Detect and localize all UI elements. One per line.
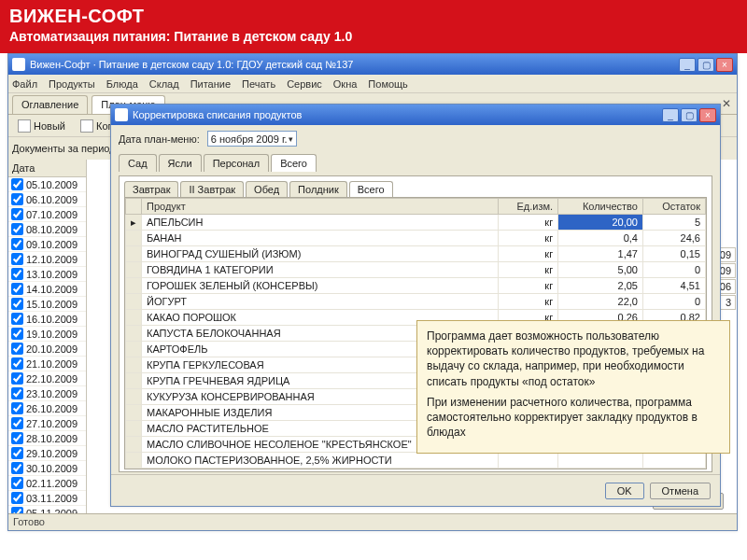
date-row[interactable]: 30.10.2009 bbox=[8, 461, 86, 476]
date-row[interactable]: 27.10.2009 bbox=[8, 416, 86, 431]
menu-сервис[interactable]: Сервис bbox=[287, 78, 322, 90]
tab-close-icon[interactable]: ✕ bbox=[722, 97, 731, 110]
date-checkbox[interactable] bbox=[11, 507, 23, 513]
date-checkbox[interactable] bbox=[11, 283, 23, 295]
date-checkbox[interactable] bbox=[11, 178, 23, 190]
maximize-button[interactable]: ▢ bbox=[698, 58, 714, 72]
date-checkbox[interactable] bbox=[11, 313, 23, 325]
date-checkbox[interactable] bbox=[11, 357, 23, 370]
date-row[interactable]: 28.10.2009 bbox=[8, 431, 86, 446]
col-product[interactable]: Продукт bbox=[142, 199, 499, 215]
date-checkbox[interactable] bbox=[11, 208, 23, 220]
date-checkbox[interactable] bbox=[11, 328, 23, 340]
qty-cell[interactable]: 20,00 bbox=[558, 215, 643, 231]
date-row[interactable]: 20.10.2009 bbox=[8, 342, 86, 357]
menu-файл[interactable]: Файл bbox=[12, 78, 37, 90]
dialog-minimize-button[interactable]: _ bbox=[662, 108, 679, 122]
date-checkbox[interactable] bbox=[11, 417, 23, 429]
date-row[interactable]: 03.11.2009 bbox=[8, 491, 86, 506]
date-row[interactable]: 09.10.2009 bbox=[8, 237, 86, 252]
product-row[interactable]: БАНАНкг0,424,6 bbox=[126, 231, 706, 246]
dialog-maximize-button[interactable]: ▢ bbox=[681, 108, 698, 122]
menu-склад[interactable]: Склад bbox=[149, 78, 179, 90]
menu-окна[interactable]: Окна bbox=[333, 78, 358, 90]
tab-oglavlenie[interactable]: Оглавление bbox=[12, 95, 88, 114]
date-row[interactable]: 19.10.2009 bbox=[8, 327, 86, 342]
plan-date-field[interactable]: 6 ноября 2009 г. ▾ bbox=[207, 131, 297, 147]
new-button[interactable]: Новый bbox=[12, 119, 71, 133]
statusbar: Готово bbox=[8, 513, 737, 530]
group-tab-2[interactable]: Персонал bbox=[204, 154, 270, 172]
date-checkbox[interactable] bbox=[11, 298, 23, 310]
date-row[interactable]: 14.10.2009 bbox=[8, 282, 86, 297]
date-checkbox[interactable] bbox=[11, 462, 23, 474]
meal-tab-3[interactable]: Полдник bbox=[289, 181, 347, 197]
date-checkbox[interactable] bbox=[11, 447, 23, 459]
date-row[interactable]: 08.10.2009 bbox=[8, 222, 86, 237]
group-tab-0[interactable]: Сад bbox=[119, 154, 157, 172]
col-unit[interactable]: Ед.изм. bbox=[498, 199, 557, 215]
date-row[interactable]: 15.10.2009 bbox=[8, 297, 86, 312]
date-checkbox[interactable] bbox=[11, 238, 23, 250]
product-row[interactable]: ВИНОГРАД СУШЕНЫЙ (ИЗЮМ)кг1,470,15 bbox=[126, 246, 706, 262]
col-qty[interactable]: Количество bbox=[558, 199, 643, 215]
dialog-titlebar[interactable]: Корректировка списания продуктов _ ▢ × bbox=[111, 105, 720, 125]
product-row[interactable]: ГОВЯДИНА 1 КАТЕГОРИИкг5,000 bbox=[126, 262, 706, 278]
menu-питание[interactable]: Питание bbox=[190, 78, 231, 90]
date-row[interactable]: 22.10.2009 bbox=[8, 371, 86, 386]
date-row[interactable]: 29.10.2009 bbox=[8, 446, 86, 461]
meal-tab-1[interactable]: II Завтрак bbox=[180, 181, 244, 197]
group-tab-1[interactable]: Ясли bbox=[159, 154, 202, 172]
group-tab-3[interactable]: Всего bbox=[271, 154, 317, 172]
date-checkbox[interactable] bbox=[11, 343, 23, 355]
meal-tabs: ЗавтракII ЗавтракОбедПолдникВсего bbox=[124, 181, 707, 197]
date-row[interactable]: 12.10.2009 bbox=[8, 252, 86, 267]
date-row[interactable]: 05.10.2009 bbox=[8, 177, 86, 192]
menu-помощь[interactable]: Помощь bbox=[368, 78, 408, 90]
qty-cell[interactable]: 2,05 bbox=[558, 278, 643, 294]
meal-tab-2[interactable]: Обед bbox=[246, 181, 288, 197]
minimize-button[interactable]: _ bbox=[679, 58, 696, 72]
date-row[interactable]: 02.11.2009 bbox=[8, 476, 86, 491]
dialog-cancel-button[interactable]: Отмена bbox=[650, 483, 711, 499]
menu-блюда[interactable]: Блюда bbox=[106, 78, 138, 90]
date-checkbox[interactable] bbox=[11, 253, 23, 265]
date-checkbox[interactable] bbox=[11, 387, 23, 399]
date-checkbox[interactable] bbox=[11, 492, 23, 504]
qty-cell[interactable] bbox=[558, 453, 643, 469]
main-titlebar[interactable]: Вижен-Софт · Питание в детском саду 1.0:… bbox=[8, 54, 737, 75]
dialog-close-button[interactable]: × bbox=[699, 108, 716, 122]
close-button[interactable]: × bbox=[716, 58, 733, 72]
date-row[interactable]: 06.10.2009 bbox=[8, 192, 86, 207]
qty-cell[interactable]: 5,00 bbox=[558, 262, 643, 278]
menu-продукты[interactable]: Продукты bbox=[49, 78, 95, 90]
product-row[interactable]: МОЛОКО ПАСТЕРИЗОВАННОЕ, 2,5% ЖИРНОСТИ bbox=[126, 453, 706, 469]
date-checkbox[interactable] bbox=[11, 193, 23, 205]
date-row[interactable]: 07.10.2009 bbox=[8, 207, 86, 222]
date-checkbox[interactable] bbox=[11, 372, 23, 385]
chevron-down-icon[interactable]: ▾ bbox=[289, 134, 293, 144]
product-row[interactable]: ▸АПЕЛЬСИНкг20,005 bbox=[126, 215, 706, 231]
copy-icon bbox=[80, 119, 93, 133]
date-checkbox[interactable] bbox=[11, 402, 23, 414]
date-checkbox[interactable] bbox=[11, 432, 23, 444]
date-row[interactable]: 21.10.2009 bbox=[8, 357, 86, 371]
product-row[interactable]: ГОРОШЕК ЗЕЛЕНЫЙ (КОНСЕРВЫ)кг2,054,51 bbox=[126, 278, 706, 294]
qty-cell[interactable]: 1,47 bbox=[558, 246, 643, 262]
date-row[interactable]: 13.10.2009 bbox=[8, 267, 86, 282]
date-row[interactable]: 16.10.2009 bbox=[8, 312, 86, 327]
product-row[interactable]: ЙОГУРТкг22,00 bbox=[126, 294, 706, 310]
date-checkbox[interactable] bbox=[11, 223, 23, 235]
date-row[interactable]: 26.10.2009 bbox=[8, 401, 86, 416]
meal-tab-4[interactable]: Всего bbox=[349, 181, 393, 197]
date-checkbox[interactable] bbox=[11, 268, 23, 280]
date-checkbox[interactable] bbox=[11, 477, 23, 489]
date-row[interactable]: 05.11.2009 bbox=[8, 506, 86, 513]
qty-cell[interactable]: 22,0 bbox=[558, 294, 643, 310]
menu-печать[interactable]: Печать bbox=[242, 78, 275, 90]
meal-tab-0[interactable]: Завтрак bbox=[124, 181, 178, 197]
col-rest[interactable]: Остаток bbox=[642, 199, 705, 215]
date-row[interactable]: 23.10.2009 bbox=[8, 386, 86, 401]
ok-button[interactable]: OK bbox=[605, 483, 644, 499]
qty-cell[interactable]: 0,4 bbox=[558, 231, 643, 246]
